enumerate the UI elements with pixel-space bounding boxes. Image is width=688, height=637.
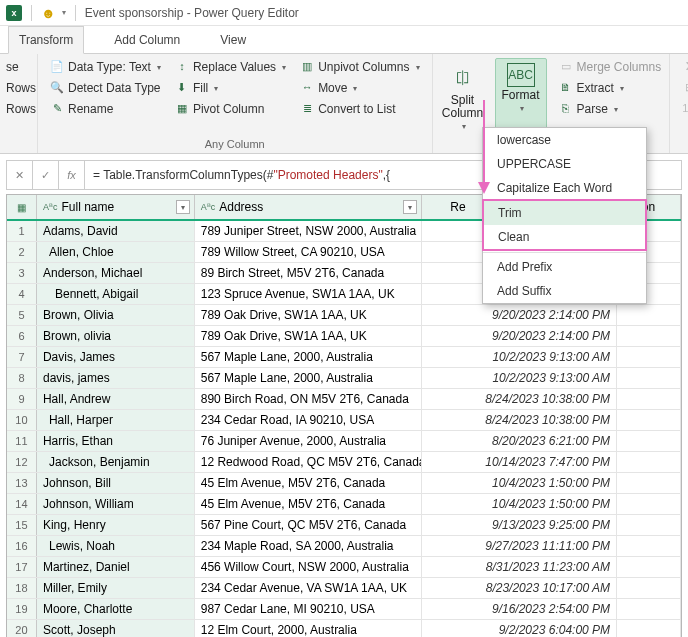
cell-trailing[interactable]	[617, 368, 681, 388]
table-row[interactable]: 6Brown, olivia789 Oak Drive, SW1A 1AA, U…	[7, 326, 681, 347]
cell-address[interactable]: 789 Juniper Street, NSW 2000, Australia	[195, 221, 423, 241]
table-row[interactable]: 19Moore, Charlotte987 Cedar Lane, MI 902…	[7, 599, 681, 620]
table-row[interactable]: 12Jackson, Benjamin12 Redwood Road, QC M…	[7, 452, 681, 473]
row-number[interactable]: 6	[7, 326, 37, 346]
pivot-column-button[interactable]: ▦ Pivot Column	[171, 100, 290, 118]
format-button[interactable]: ABC Format ▾	[495, 58, 547, 135]
cell-trailing[interactable]	[617, 473, 681, 493]
cell-address[interactable]: 123 Spruce Avenue, SW1A 1AA, UK	[195, 284, 423, 304]
row-number[interactable]: 14	[7, 494, 37, 514]
cell-trailing[interactable]	[617, 578, 681, 598]
cell-trailing[interactable]	[617, 620, 681, 637]
cell-fullname[interactable]: Allen, Chloe	[37, 242, 195, 262]
replace-values-button[interactable]: ↕ Replace Values ▾	[171, 58, 290, 76]
cell-address[interactable]: 12 Elm Court, 2000, Australia	[195, 620, 423, 637]
cell-address[interactable]: 12 Redwood Road, QC M5V 2T6, Canada	[195, 452, 423, 472]
cell-fullname[interactable]: Adams, David	[37, 221, 195, 241]
cell-fullname[interactable]: Harris, Ethan	[37, 431, 195, 451]
merge-columns-button[interactable]: ▭ Merge Columns	[555, 58, 666, 76]
truncated-item[interactable]: Rows	[2, 100, 29, 118]
row-number[interactable]: 13	[7, 473, 37, 493]
cell-address[interactable]: 234 Maple Road, SA 2000, Australia	[195, 536, 423, 556]
cell-address[interactable]: 789 Oak Drive, SW1A 1AA, UK	[195, 305, 423, 325]
cell-address[interactable]: 789 Willow Street, CA 90210, USA	[195, 242, 423, 262]
menu-add-prefix[interactable]: Add Prefix	[483, 255, 646, 279]
column-header-fullname[interactable]: Aᴮc Full name ▾	[37, 195, 195, 219]
parse-button[interactable]: ⎘ Parse ▾	[555, 100, 666, 118]
cell-fullname[interactable]: Johnson, William	[37, 494, 195, 514]
select-all-corner[interactable]: ▦	[7, 195, 37, 219]
detect-data-type-button[interactable]: 🔍 Detect Data Type	[46, 79, 165, 97]
cell-trailing[interactable]	[617, 452, 681, 472]
cell-address[interactable]: 456 Willow Court, NSW 2000, Australia	[195, 557, 423, 577]
column-header-address[interactable]: Aᴮc Address ▾	[195, 195, 423, 219]
cell-address[interactable]: 89 Birch Street, M5V 2T6, Canada	[195, 263, 423, 283]
cell-date[interactable]: 8/23/2023 10:17:00 AM	[422, 578, 617, 598]
cell-trailing[interactable]	[617, 410, 681, 430]
row-number[interactable]: 9	[7, 389, 37, 409]
cell-fullname[interactable]: Martinez, Daniel	[37, 557, 195, 577]
cell-address[interactable]: 45 Elm Avenue, M5V 2T6, Canada	[195, 494, 423, 514]
cell-trailing[interactable]	[617, 305, 681, 325]
row-number[interactable]: 15	[7, 515, 37, 535]
cell-date[interactable]: 8/31/2023 11:23:00 AM	[422, 557, 617, 577]
cell-date[interactable]: 10/2/2023 9:13:00 AM	[422, 347, 617, 367]
tab-view[interactable]: View	[210, 27, 256, 53]
unpivot-columns-button[interactable]: ▥ Unpivot Columns ▾	[296, 58, 423, 76]
smiley-icon[interactable]: ☻	[41, 5, 56, 21]
row-number[interactable]: 18	[7, 578, 37, 598]
cell-fullname[interactable]: Anderson, Michael	[37, 263, 195, 283]
cell-trailing[interactable]	[617, 431, 681, 451]
cell-trailing[interactable]	[617, 557, 681, 577]
rename-button[interactable]: ✎ Rename	[46, 100, 165, 118]
tab-add-column[interactable]: Add Column	[104, 27, 190, 53]
row-number[interactable]: 17	[7, 557, 37, 577]
move-button[interactable]: ↔ Move ▾	[296, 79, 423, 97]
row-number[interactable]: 1	[7, 221, 37, 241]
cell-trailing[interactable]	[617, 347, 681, 367]
cell-trailing[interactable]	[617, 326, 681, 346]
row-number[interactable]: 10	[7, 410, 37, 430]
cell-address[interactable]: 234 Cedar Road, IA 90210, USA	[195, 410, 423, 430]
table-row[interactable]: 13Johnson, Bill45 Elm Avenue, M5V 2T6, C…	[7, 473, 681, 494]
cell-date[interactable]: 9/20/2023 2:14:00 PM	[422, 305, 617, 325]
row-number[interactable]: 5	[7, 305, 37, 325]
table-row[interactable]: 10Hall, Harper234 Cedar Road, IA 90210, …	[7, 410, 681, 431]
cell-address[interactable]: 234 Cedar Avenue, VA SW1A 1AA, UK	[195, 578, 423, 598]
cell-date[interactable]: 10/2/2023 9:13:00 AM	[422, 368, 617, 388]
cell-date[interactable]: 8/20/2023 6:21:00 PM	[422, 431, 617, 451]
cell-date[interactable]: 10/4/2023 1:50:00 PM	[422, 473, 617, 493]
cell-trailing[interactable]	[617, 389, 681, 409]
cell-trailing[interactable]	[617, 599, 681, 619]
formula-commit-icon[interactable]: ✓	[33, 161, 59, 189]
cell-fullname[interactable]: Hall, Harper	[37, 410, 195, 430]
cell-fullname[interactable]: Johnson, Bill	[37, 473, 195, 493]
cell-trailing[interactable]	[617, 494, 681, 514]
cell-fullname[interactable]: davis, james	[37, 368, 195, 388]
standard-button[interactable]: ⊞ Standard	[678, 79, 688, 97]
cell-address[interactable]: 987 Cedar Lane, MI 90210, USA	[195, 599, 423, 619]
formula-close-icon[interactable]: ✕	[7, 161, 33, 189]
fx-icon[interactable]: fx	[59, 161, 85, 189]
fill-button[interactable]: ⬇ Fill ▾	[171, 79, 290, 97]
row-number[interactable]: 12	[7, 452, 37, 472]
row-number[interactable]: 7	[7, 347, 37, 367]
cell-fullname[interactable]: Brown, Olivia	[37, 305, 195, 325]
menu-uppercase[interactable]: UPPERCASE	[483, 152, 646, 176]
row-number[interactable]: 11	[7, 431, 37, 451]
table-row[interactable]: 11Harris, Ethan76 Juniper Avenue, 2000, …	[7, 431, 681, 452]
quick-access-dropdown-icon[interactable]: ▾	[62, 8, 66, 17]
cell-fullname[interactable]: Jackson, Benjamin	[37, 452, 195, 472]
data-type-button[interactable]: 📄 Data Type: Text ▾	[46, 58, 165, 76]
table-row[interactable]: 15King, Henry567 Pine Court, QC M5V 2T6,…	[7, 515, 681, 536]
cell-fullname[interactable]: Davis, James	[37, 347, 195, 367]
cell-address[interactable]: 789 Oak Drive, SW1A 1AA, UK	[195, 326, 423, 346]
cell-fullname[interactable]: Moore, Charlotte	[37, 599, 195, 619]
table-row[interactable]: 8davis, james567 Maple Lane, 2000, Austr…	[7, 368, 681, 389]
cell-trailing[interactable]	[617, 515, 681, 535]
cell-date[interactable]: 10/4/2023 1:50:00 PM	[422, 494, 617, 514]
filter-dropdown-icon[interactable]: ▾	[176, 200, 190, 214]
table-row[interactable]: 14Johnson, William45 Elm Avenue, M5V 2T6…	[7, 494, 681, 515]
menu-clean[interactable]: Clean	[484, 225, 645, 249]
filter-dropdown-icon[interactable]: ▾	[403, 200, 417, 214]
